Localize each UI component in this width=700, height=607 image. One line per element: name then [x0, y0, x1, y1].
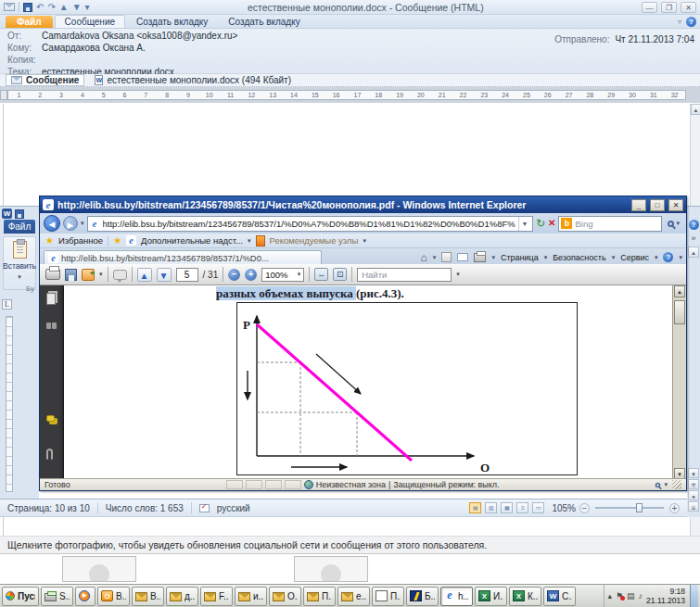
save-icon[interactable]	[15, 209, 24, 219]
tab-selector-box[interactable]: L	[2, 299, 12, 310]
address-dropdown-icon[interactable]: ▼	[518, 217, 530, 231]
resize-grip[interactable]	[672, 480, 681, 489]
maximize-button[interactable]: □	[650, 199, 665, 211]
spellcheck-icon[interactable]	[199, 504, 210, 512]
zoom-out-button[interactable]: −	[579, 503, 590, 513]
qat-customize-icon[interactable]: ▾	[85, 2, 90, 13]
chevron-down-icon[interactable]: ▾	[99, 271, 103, 278]
next-page-button[interactable]: ▼	[157, 268, 172, 282]
volume-icon[interactable]: ♪	[639, 591, 643, 601]
share-icon[interactable]	[82, 269, 95, 281]
taskbar-button[interactable]: S...	[41, 587, 73, 606]
restore-button[interactable]: ❐	[661, 2, 677, 13]
close-button[interactable]: ✕	[681, 2, 696, 13]
ribbon-tab[interactable]: Создать вкладку	[219, 16, 309, 28]
taskbar-button[interactable]: К...	[509, 587, 541, 606]
previous-page-button[interactable]: ▲	[137, 268, 152, 282]
web-layout-view-button[interactable]: ▦	[501, 502, 513, 513]
taskbar-button[interactable]: е...	[337, 587, 370, 606]
select-browse-object-icon[interactable]: ●	[688, 490, 699, 500]
show-desktop-button[interactable]	[690, 585, 698, 607]
action-center-flag-icon[interactable]: ⚑	[616, 591, 623, 601]
language-indicator[interactable]: русский	[217, 503, 250, 513]
tools-menu[interactable]: Сервис	[620, 253, 649, 262]
show-hidden-icons[interactable]: ▴	[607, 591, 612, 601]
refresh-icon[interactable]: ↻	[536, 216, 545, 231]
feeds-icon[interactable]	[441, 252, 452, 262]
word-file-tab[interactable]: Файл	[4, 220, 35, 234]
print-icon[interactable]	[45, 269, 60, 280]
search-button[interactable]: ▾	[665, 220, 682, 227]
help-icon[interactable]: ?	[663, 252, 673, 262]
scroll-up-icon[interactable]: ▲	[691, 104, 700, 115]
redo-icon[interactable]: ↷	[47, 2, 55, 13]
safety-menu[interactable]: Безопасность	[553, 253, 605, 262]
chevron-down-icon[interactable]: ▾	[456, 271, 460, 278]
taskbar-button[interactable]: П...	[372, 587, 404, 606]
ribbon-tab[interactable]: Файл	[6, 16, 53, 28]
page-zoom-icon[interactable]	[655, 482, 661, 487]
forward-button[interactable]: ▶	[63, 216, 78, 231]
search-box[interactable]: b Bing	[558, 216, 662, 232]
attachments-paperclip-icon[interactable]	[46, 449, 53, 460]
taskbar-button[interactable]: О...	[269, 587, 301, 606]
page-menu[interactable]: Страница	[501, 253, 539, 262]
avatar[interactable]	[62, 556, 136, 582]
taskbar-button[interactable]: Б...	[406, 587, 439, 606]
page-number-input[interactable]: 5	[176, 268, 198, 282]
previous-page-icon[interactable]: ⇈	[688, 479, 699, 489]
vertical-ruler[interactable]	[6, 316, 13, 492]
minimize-button[interactable]: _	[631, 199, 646, 211]
read-mail-icon[interactable]	[457, 253, 468, 261]
fit-page-button[interactable]: ⊡	[333, 268, 347, 281]
undo-icon[interactable]: ↶	[36, 2, 44, 13]
scroll-down-icon[interactable]: ▼	[688, 468, 699, 478]
suggested-sites-button[interactable]: Рекомендуемые узлы	[270, 235, 359, 246]
minimize-button[interactable]: —	[642, 2, 657, 13]
fullscreen-view-button[interactable]: ▥	[485, 502, 497, 513]
taskbar-button[interactable]: и...	[235, 587, 267, 606]
pdf-scrollbar[interactable]: ▲ ▼	[672, 285, 686, 480]
stop-icon[interactable]: ✕	[548, 216, 555, 231]
zoom-slider-thumb[interactable]	[636, 503, 643, 512]
add-favorite-icon[interactable]: ★	[113, 235, 121, 246]
word-count[interactable]: Число слов: 1 653	[106, 503, 184, 513]
find-input[interactable]: Найти	[357, 268, 452, 282]
paste-button[interactable]: Вставить ▾	[3, 236, 36, 290]
address-bar[interactable]: e http://elib.bsu.by/bitstream/123456789…	[87, 216, 534, 232]
zoom-slider[interactable]	[595, 507, 664, 509]
taskbar-button[interactable]: д...	[166, 587, 198, 606]
help-icon[interactable]: ?	[686, 17, 696, 27]
taskbar-button[interactable]	[75, 587, 95, 606]
tray-clock[interactable]: 9:18 21.11.2013	[646, 587, 685, 605]
scroll-thumb[interactable]	[674, 300, 685, 324]
taskbar-button[interactable]: П...	[303, 587, 336, 606]
addons-button[interactable]: Дополнительные надст...	[141, 235, 243, 246]
fit-width-button[interactable]: ↔	[314, 268, 328, 281]
network-icon[interactable]: ▤	[627, 591, 635, 601]
start-button[interactable]: Пуск	[2, 587, 39, 606]
browser-tab[interactable]: e http://elib.bsu.by/bitstream/123456789…	[44, 250, 322, 264]
help-icon[interactable]: ?	[689, 220, 699, 230]
chevron-down-icon[interactable]: ▾	[433, 254, 437, 261]
zoom-level-select[interactable]: 100% ▾	[261, 268, 304, 282]
save-icon[interactable]	[65, 269, 77, 281]
tab-message[interactable]: Сообщение	[6, 74, 84, 86]
taskbar-button[interactable]: И...	[475, 587, 507, 606]
ribbon-tab[interactable]: Создать вкладку	[127, 16, 217, 28]
search-options-icon[interactable]: ▾	[676, 220, 680, 227]
home-icon[interactable]: ⌂	[421, 251, 427, 264]
scroll-up-icon[interactable]: ▲	[688, 247, 699, 258]
chevron-down-icon[interactable]: ▾	[491, 254, 495, 261]
comment-icon[interactable]	[113, 270, 127, 280]
save-icon[interactable]	[23, 3, 32, 12]
binoculars-search-icon[interactable]	[46, 322, 51, 329]
tab-selector-box[interactable]	[0, 90, 7, 100]
history-dropdown-icon[interactable]: ▾	[81, 220, 84, 227]
comments-panel-icon[interactable]	[46, 415, 55, 422]
zoom-level[interactable]: 105%	[552, 503, 576, 513]
chevron-down-icon[interactable]: ▾	[664, 481, 668, 488]
overflow-chevron-icon[interactable]: »	[691, 234, 695, 243]
outline-view-button[interactable]: ≡	[516, 502, 528, 513]
avatar[interactable]	[294, 556, 368, 582]
